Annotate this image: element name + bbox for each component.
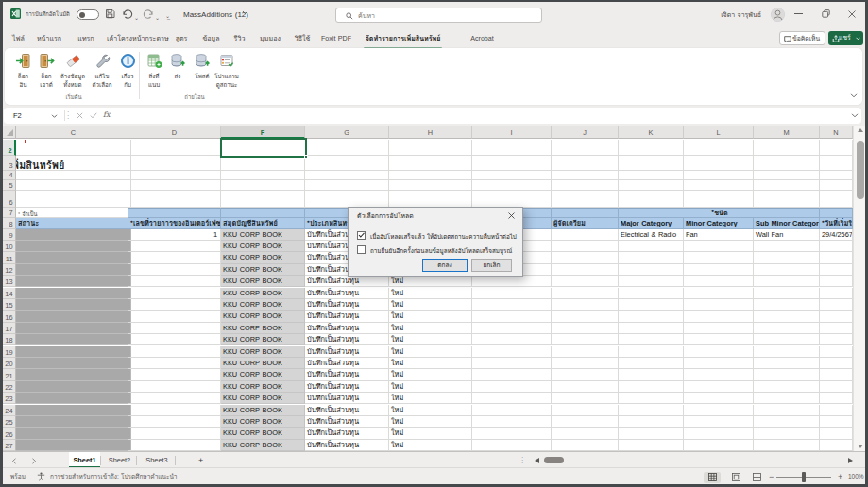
accessibility-status[interactable]: การช่วยสำหรับการเข้าถึง: โปรดศึกษาคำแนะน… — [50, 468, 178, 484]
cell-K26[interactable] — [619, 428, 684, 439]
cell-C2[interactable] — [16, 140, 131, 157]
row-header-13[interactable]: 13 — [3, 276, 16, 287]
cell-D18[interactable] — [128, 334, 221, 345]
cell-F22[interactable]: KKU CORP BOOK — [221, 381, 305, 393]
row-header-18[interactable]: 18 — [3, 334, 16, 345]
cell-C21[interactable] — [16, 369, 131, 380]
cell-M10[interactable] — [754, 241, 820, 252]
cell-D15[interactable] — [128, 299, 221, 311]
cell-G26[interactable]: บันทึกเป็นส่วนทุน — [305, 428, 389, 439]
scroll-down-icon[interactable] — [858, 445, 863, 448]
row-header-2[interactable]: 2 — [3, 140, 16, 157]
cell-N8[interactable]: *วันที่เริ่มใช้งาน — [820, 218, 853, 229]
comments-button[interactable]: ข้อคิดเห็น — [779, 31, 825, 45]
add-sheet-icon[interactable]: + — [198, 453, 203, 468]
cell-N20[interactable] — [820, 358, 853, 369]
cell-C19[interactable] — [16, 346, 131, 358]
cell-K15[interactable] — [619, 299, 684, 311]
cell-N25[interactable] — [820, 416, 853, 428]
cell-N6[interactable] — [820, 191, 853, 208]
cell-K4[interactable] — [619, 171, 684, 180]
cell-G14[interactable]: บันทึกเป็นส่วนทุน — [305, 288, 389, 299]
cell-N3[interactable] — [820, 156, 853, 171]
cell-N23[interactable] — [820, 393, 853, 404]
cell-K9[interactable]: Electrical & Radio — [619, 229, 684, 241]
cell-L16[interactable] — [684, 311, 754, 322]
cell-M3[interactable] — [754, 156, 820, 171]
cell-K11[interactable] — [619, 252, 684, 263]
cell-N2[interactable] — [820, 140, 853, 157]
cell-D17[interactable] — [128, 323, 221, 334]
cell-M22[interactable] — [754, 381, 820, 393]
cell-H21[interactable]: ใหม่ — [389, 369, 472, 380]
cell-D12[interactable] — [128, 264, 221, 276]
cell-F11[interactable]: KKU CORP BOOK — [221, 252, 305, 263]
cell-L26[interactable] — [684, 428, 754, 439]
cell-C12[interactable] — [16, 264, 131, 276]
cell-F6[interactable] — [221, 191, 305, 208]
cell-F18[interactable]: KKU CORP BOOK — [221, 334, 305, 345]
confirm-entry-icon[interactable] — [90, 112, 97, 119]
cell-C26[interactable] — [16, 428, 131, 439]
cell-H27[interactable]: ใหม่ — [389, 440, 472, 451]
cell-K24[interactable] — [619, 405, 684, 416]
cell-L14[interactable] — [684, 288, 754, 299]
cell-G27[interactable]: บันทึกเป็นส่วนทุน — [305, 440, 389, 451]
row-header-7[interactable]: 7 — [3, 208, 16, 218]
cell-J19[interactable] — [552, 346, 619, 358]
cell-F3[interactable] — [221, 156, 305, 171]
redo-dropdown-icon[interactable]: ⌄ — [155, 13, 160, 23]
cell-F13[interactable]: KKU CORP BOOK — [221, 276, 305, 287]
cell-F5[interactable] — [221, 180, 305, 191]
cell-H24[interactable]: ใหม่ — [389, 405, 472, 416]
cell-N14[interactable] — [820, 288, 853, 299]
cell-I4[interactable] — [472, 171, 552, 180]
sheet-nav-left-icon[interactable] — [11, 453, 17, 468]
cell-F16[interactable]: KKU CORP BOOK — [221, 311, 305, 322]
cell-D11[interactable] — [128, 252, 221, 263]
cell-H3[interactable] — [389, 156, 472, 171]
row-header-5[interactable]: 5 — [3, 180, 16, 191]
cell-H22[interactable]: ใหม่ — [389, 381, 472, 393]
cell-D7[interactable] — [128, 208, 221, 218]
cell-C10[interactable] — [16, 241, 131, 252]
dialog-cancel-button[interactable]: ยกเลิก — [471, 259, 512, 272]
cell-M9[interactable]: Wall Fan — [754, 229, 820, 241]
cell-G21[interactable]: บันทึกเป็นส่วนทุน — [305, 369, 389, 380]
cell-M11[interactable] — [754, 252, 820, 263]
selected-cell-F2[interactable] — [220, 138, 307, 158]
cell-H2[interactable] — [389, 140, 472, 157]
hscroll-right-icon[interactable] — [848, 453, 853, 468]
sheet-tab-Sheet2[interactable]: Sheet2 — [103, 452, 136, 468]
cell-C4[interactable] — [16, 171, 131, 180]
cell-M17[interactable] — [754, 323, 820, 334]
cell-H16[interactable]: ใหม่ — [389, 311, 472, 322]
cell-C27[interactable] — [16, 440, 131, 451]
cell-K5[interactable] — [619, 180, 684, 191]
cell-C24[interactable] — [16, 405, 131, 416]
column-header-N[interactable]: N — [820, 126, 853, 139]
column-header-J[interactable]: J — [552, 126, 619, 139]
cell-L10[interactable] — [684, 241, 754, 252]
cell-D13[interactable] — [128, 276, 221, 287]
cell-J23[interactable] — [552, 393, 619, 404]
cell-I18[interactable] — [472, 334, 552, 345]
cell-M2[interactable] — [754, 140, 820, 157]
cell-H17[interactable]: ใหม่ — [389, 323, 472, 334]
cell-K16[interactable] — [619, 311, 684, 322]
column-header-C[interactable]: C — [16, 126, 131, 139]
cell-H25[interactable]: ใหม่ — [389, 416, 472, 428]
cell-G5[interactable] — [305, 180, 389, 191]
formula-bar-expand-icon[interactable] — [851, 113, 859, 118]
cell-I20[interactable] — [472, 358, 552, 369]
column-header-M[interactable]: M — [754, 126, 820, 139]
cell-H15[interactable]: ใหม่ — [389, 299, 472, 311]
cell-L9[interactable]: Fan — [684, 229, 754, 241]
cell-D5[interactable] — [128, 180, 221, 191]
cell-D16[interactable] — [128, 311, 221, 322]
cell-G18[interactable]: บันทึกเป็นส่วนทุน — [305, 334, 389, 345]
cell-M15[interactable] — [754, 299, 820, 311]
cell-F23[interactable]: KKU CORP BOOK — [221, 393, 305, 404]
cell-G16[interactable]: บันทึกเป็นส่วนทุน — [305, 311, 389, 322]
row-header-14[interactable]: 14 — [3, 288, 16, 299]
